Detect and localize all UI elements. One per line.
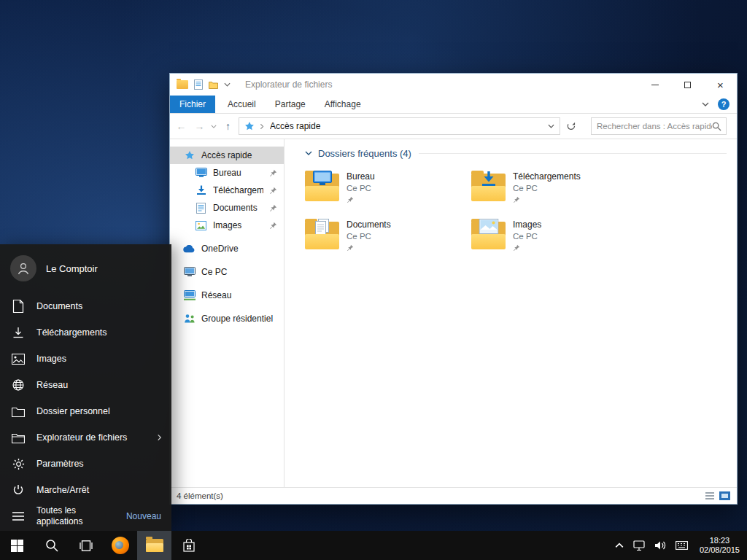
- details-view-button[interactable]: [704, 491, 716, 501]
- start-item-explorateur-de-fichiers[interactable]: Explorateur de fichiers: [0, 424, 171, 451]
- file-explorer-icon: [146, 539, 163, 552]
- nav-item-acces-rapide[interactable]: Accès rapide: [170, 147, 284, 164]
- start-item-documents[interactable]: Documents: [0, 293, 171, 319]
- tab-accueil[interactable]: Accueil: [218, 96, 266, 113]
- start-item-images[interactable]: Images: [0, 346, 171, 372]
- help-icon[interactable]: ?: [718, 98, 729, 110]
- pin-icon: [269, 204, 278, 212]
- folder-location: Ce PC: [347, 184, 375, 192]
- nav-item-images[interactable]: Images: [170, 217, 284, 234]
- frequent-folders-section-header[interactable]: Dossiers fréquents (4): [305, 147, 727, 160]
- taskbar-store-button[interactable]: [171, 531, 206, 560]
- ribbon-expand-chevron-icon[interactable]: [702, 102, 709, 106]
- qat-properties-icon[interactable]: [194, 79, 203, 90]
- taskbar-firefox-button[interactable]: [103, 531, 137, 560]
- start-item-label: Images: [36, 354, 66, 364]
- touch-keyboard-icon[interactable]: [676, 541, 688, 550]
- pin-icon: [269, 222, 278, 230]
- volume-icon[interactable]: [654, 540, 666, 551]
- navigation-pane: Accès rapide Bureau Téléchargements: [170, 139, 285, 487]
- all-apps-button[interactable]: Toutes les applications Nouveau: [0, 503, 171, 529]
- nav-item-label: Accès rapide: [201, 150, 278, 160]
- taskbar-search-button[interactable]: [34, 531, 69, 560]
- close-button[interactable]: ×: [704, 74, 737, 96]
- start-menu-places: Documents Téléchargements Images Réseau: [0, 293, 171, 503]
- start-item-label: Réseau: [36, 380, 68, 390]
- folder-content-area: Dossiers fréquents (4) Burea: [285, 139, 737, 487]
- task-view-button[interactable]: [69, 531, 103, 560]
- explorer-titlebar[interactable]: Explorateur de fichiers ×: [170, 74, 737, 96]
- tray-chevron-up-icon[interactable]: [615, 542, 624, 548]
- taskbar-explorer-button[interactable]: [137, 531, 171, 560]
- nav-item-label: Documents: [213, 203, 263, 213]
- start-item-dossier-personnel[interactable]: Dossier personnel: [0, 398, 171, 424]
- globe-icon: [11, 379, 26, 391]
- tab-partage[interactable]: Partage: [266, 96, 315, 113]
- desktop-background[interactable]: Explorateur de fichiers × Fichier Accuei…: [0, 0, 747, 560]
- address-dropdown-icon[interactable]: [544, 124, 557, 128]
- maximize-button[interactable]: [671, 74, 704, 96]
- folder-name: Téléchargements: [513, 171, 581, 182]
- thumbnails-view-button[interactable]: [719, 491, 730, 500]
- nav-item-reseau[interactable]: Réseau: [170, 287, 284, 304]
- user-profile[interactable]: Le Comptoir: [0, 244, 171, 287]
- folder-tile-images[interactable]: Images Ce PC: [471, 219, 638, 260]
- section-divider: [419, 153, 727, 154]
- submenu-chevron-icon[interactable]: [156, 435, 163, 440]
- document-icon: [11, 300, 26, 313]
- tab-fichier[interactable]: Fichier: [170, 96, 215, 113]
- search-box[interactable]: [591, 117, 727, 135]
- search-input[interactable]: [597, 122, 712, 131]
- section-title: Dossiers fréquents (4): [318, 148, 411, 159]
- nav-item-label: Téléchargements: [213, 185, 263, 195]
- start-item-label: Paramètres: [36, 459, 84, 469]
- address-bar[interactable]: Accès rapide: [239, 117, 560, 135]
- recent-locations-chevron-icon[interactable]: [209, 117, 219, 135]
- picture-icon: [195, 221, 207, 230]
- pin-icon: [513, 244, 520, 254]
- qat-new-folder-icon[interactable]: [209, 81, 218, 89]
- task-view-icon: [79, 540, 93, 551]
- start-item-parametres[interactable]: Paramètres: [0, 451, 171, 477]
- nav-item-telechargements[interactable]: Téléchargements: [170, 182, 284, 199]
- folder-tile-telechargements[interactable]: Téléchargements Ce PC: [471, 171, 638, 211]
- start-item-reseau[interactable]: Réseau: [0, 372, 171, 398]
- file-explorer-window: Explorateur de fichiers × Fichier Accuei…: [169, 73, 738, 505]
- qat-customize-chevron-icon[interactable]: [224, 82, 231, 87]
- nav-item-bureau[interactable]: Bureau: [170, 164, 284, 182]
- nav-item-documents[interactable]: Documents: [170, 199, 284, 217]
- documents-folder-icon: [305, 219, 339, 249]
- clock-time: 18:23: [700, 536, 740, 545]
- gear-icon: [11, 458, 26, 470]
- system-tray: 18:23 02/08/2015: [615, 531, 747, 560]
- back-button[interactable]: ←: [172, 117, 190, 135]
- start-item-label: Documents: [36, 301, 82, 311]
- folder-name: Bureau: [347, 171, 375, 182]
- breadcrumb-chevron-icon[interactable]: [259, 125, 265, 128]
- clock-date: 02/08/2015: [700, 545, 740, 555]
- quick-access-icon: [244, 121, 255, 131]
- windows-logo-icon: [11, 540, 23, 552]
- start-button[interactable]: [0, 531, 34, 560]
- folder-icon: [11, 406, 26, 417]
- tab-affichage[interactable]: Affichage: [315, 96, 371, 113]
- start-item-marche-arret[interactable]: Marche/Arrêt: [0, 477, 171, 503]
- folder-tile-documents[interactable]: Documents Ce PC: [305, 219, 471, 260]
- network-icon[interactable]: [633, 540, 645, 551]
- refresh-button[interactable]: [562, 117, 580, 135]
- minimize-button[interactable]: [638, 74, 671, 96]
- nav-item-ce-pc[interactable]: Ce PC: [170, 263, 284, 281]
- nav-item-label: Réseau: [201, 290, 278, 300]
- window-controls: ×: [638, 74, 737, 96]
- pin-icon: [269, 187, 278, 195]
- up-button[interactable]: ↑: [219, 117, 237, 135]
- taskbar-clock[interactable]: 18:23 02/08/2015: [697, 536, 740, 555]
- folder-tile-bureau[interactable]: Bureau Ce PC: [305, 171, 471, 211]
- nav-item-onedrive[interactable]: OneDrive: [170, 240, 284, 257]
- section-collapse-chevron-icon[interactable]: [305, 151, 312, 155]
- taskbar: 18:23 02/08/2015: [0, 531, 747, 560]
- start-item-telechargements[interactable]: Téléchargements: [0, 319, 171, 346]
- breadcrumb-location[interactable]: Accès rapide: [270, 121, 544, 131]
- forward-button[interactable]: →: [190, 117, 209, 135]
- nav-item-groupe-residentiel[interactable]: Groupe résidentiel: [170, 310, 284, 327]
